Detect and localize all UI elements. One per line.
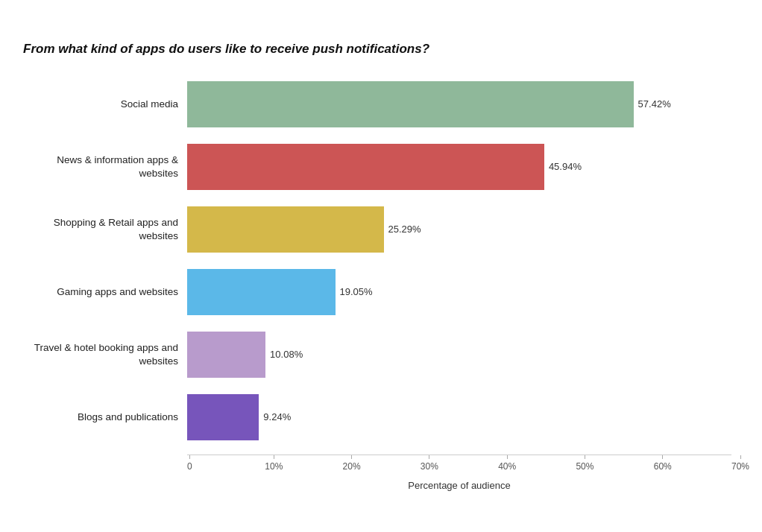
x-tick: 50% xyxy=(576,455,593,472)
bar-area: 19.05% xyxy=(187,269,731,315)
x-tick-label: 70% xyxy=(731,461,749,472)
bar-value-label: 57.42% xyxy=(638,98,671,110)
bar-label: Blogs and publications xyxy=(23,411,187,424)
x-tick-line xyxy=(507,455,508,459)
bar-value-label: 10.08% xyxy=(270,349,303,360)
x-tick: 10% xyxy=(265,455,283,472)
bar-fill xyxy=(187,81,634,127)
x-tick-line xyxy=(585,455,585,459)
bar-area: 9.24% xyxy=(187,394,731,440)
chart-container: From what kind of apps do users like to … xyxy=(16,27,746,506)
bar-fill xyxy=(187,394,259,440)
bar-row: Travel & hotel booking apps andwebsites1… xyxy=(23,325,731,384)
x-tick: 70% xyxy=(731,455,749,472)
bar-value-label: 19.05% xyxy=(340,286,373,297)
bar-fill xyxy=(187,206,384,253)
bar-fill xyxy=(187,332,265,378)
x-tick-label: 40% xyxy=(498,461,516,472)
x-axis: 010%20%30%40%50%60%70% xyxy=(187,455,731,477)
x-tick: 20% xyxy=(343,455,361,472)
bar-row: News & information apps &websites45.94% xyxy=(23,137,731,197)
x-tick: 30% xyxy=(421,455,438,472)
x-tick-line xyxy=(662,455,663,459)
bar-row: Shopping & Retail apps andwebsites25.29% xyxy=(23,200,731,259)
bar-area: 25.29% xyxy=(187,206,731,253)
bar-row: Blogs and publications9.24% xyxy=(23,387,731,447)
bar-fill xyxy=(187,144,544,190)
bar-area: 45.94% xyxy=(187,144,731,190)
x-tick-line xyxy=(351,455,352,459)
x-tick-label: 10% xyxy=(265,461,283,472)
x-tick: 40% xyxy=(498,455,516,472)
bar-area: 10.08% xyxy=(187,332,731,378)
bar-area: 57.42% xyxy=(187,81,731,127)
bar-label: Travel & hotel booking apps andwebsites xyxy=(23,341,187,367)
chart-title: From what kind of apps do users like to … xyxy=(23,42,731,57)
x-tick-label: 60% xyxy=(654,461,672,472)
x-tick-label: 0 xyxy=(187,461,192,472)
x-tick-label: 20% xyxy=(343,461,361,472)
bar-label: Shopping & Retail apps andwebsites xyxy=(23,216,187,242)
bar-row: Gaming apps and websites19.05% xyxy=(23,262,731,322)
x-tick: 0 xyxy=(187,455,192,472)
x-tick-line xyxy=(274,455,274,459)
x-tick-label: 30% xyxy=(421,461,438,472)
x-tick-line xyxy=(429,455,429,459)
x-axis-container: 010%20%30%40%50%60%70% xyxy=(23,455,731,477)
x-tick-line xyxy=(189,455,190,459)
x-tick-label: 50% xyxy=(576,461,593,472)
bar-row: Social media57.42% xyxy=(23,75,731,134)
bar-label: News & information apps &websites xyxy=(23,153,187,180)
bar-value-label: 45.94% xyxy=(549,161,582,172)
x-axis-label: Percentage of audience xyxy=(23,480,731,491)
bar-label: Social media xyxy=(23,98,187,111)
chart-body: Social media57.42%News & information app… xyxy=(23,75,731,450)
bar-value-label: 9.24% xyxy=(263,411,291,422)
bar-value-label: 25.29% xyxy=(388,224,421,235)
x-tick-line xyxy=(740,455,741,459)
bar-label: Gaming apps and websites xyxy=(23,285,187,299)
bar-fill xyxy=(187,269,336,315)
x-tick: 60% xyxy=(654,455,672,472)
